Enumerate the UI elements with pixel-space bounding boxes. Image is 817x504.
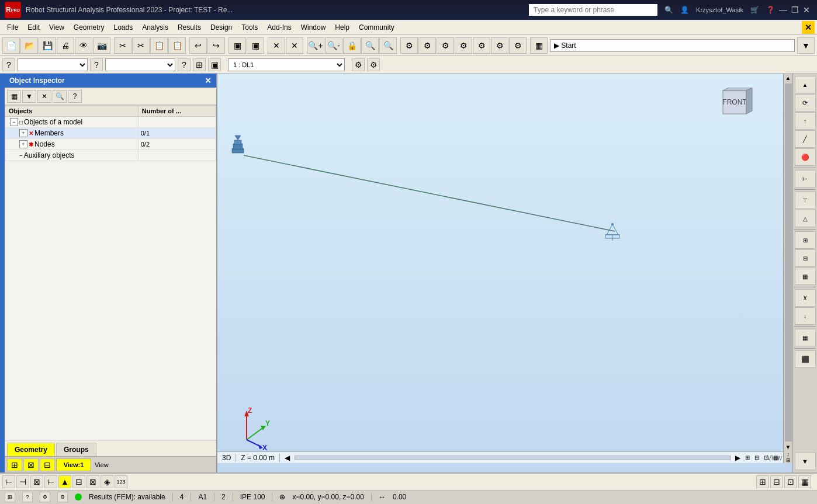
tb2-btn5[interactable]: ▣ xyxy=(208,58,221,71)
menu-design[interactable]: Design xyxy=(206,22,237,33)
tb-screenshot[interactable]: 📷 xyxy=(93,37,110,54)
tb-redo[interactable]: ↪ xyxy=(207,37,225,54)
btm-btn1[interactable]: ⊞ xyxy=(7,458,22,471)
tb-undo[interactable]: ↩ xyxy=(189,37,207,54)
scrollbar-track-h[interactable] xyxy=(295,456,731,460)
scroll-right-btn[interactable]: ▶ xyxy=(735,454,740,462)
menu-window[interactable]: Window xyxy=(296,22,331,33)
menu-addins[interactable]: Add-Ins xyxy=(262,22,296,33)
oi-filter1[interactable]: ▦ xyxy=(7,90,21,103)
tb3-btn5[interactable]: ▲ xyxy=(58,475,71,488)
menu-results[interactable]: Results xyxy=(173,22,206,33)
canvas-area[interactable]: FRONT Z Y X xyxy=(217,74,792,472)
tb-tool4[interactable]: ⚙ xyxy=(455,37,472,54)
tb-tool6[interactable]: ⚙ xyxy=(491,37,508,54)
oi-filter3[interactable]: ✕ xyxy=(37,90,51,103)
tb3-btn2[interactable]: ⊣ xyxy=(16,475,29,488)
table-row[interactable]: + ✱ Nodes 0/2 xyxy=(5,139,216,150)
tb-zoom4[interactable]: 🔍 xyxy=(379,37,397,54)
tb-panel-icon[interactable]: ▦ xyxy=(530,37,548,54)
tb2-loads2[interactable]: ⚙ xyxy=(367,58,380,71)
tb-paste1[interactable]: 📋 xyxy=(150,37,168,54)
tab-groups[interactable]: Groups xyxy=(56,443,96,456)
tb2-btn2[interactable]: ? xyxy=(90,58,103,71)
rnav-rotate-y[interactable]: ⟳ xyxy=(795,94,816,112)
tb3-btn8[interactable]: ◈ xyxy=(101,475,113,488)
tb-delete[interactable]: ✕ xyxy=(268,37,285,54)
rnav-grid1[interactable]: ⊞ xyxy=(795,231,816,249)
search-icon[interactable]: 🔍 xyxy=(662,6,676,14)
help-icon[interactable]: ❓ xyxy=(764,6,777,14)
user-icon[interactable]: 👤 xyxy=(678,6,691,14)
menu-close-button[interactable]: ✕ xyxy=(802,21,815,34)
tb-rect1[interactable]: ▣ xyxy=(229,37,246,54)
tb-rect2[interactable]: ▣ xyxy=(247,37,264,54)
status-btn4[interactable]: ⚙ xyxy=(57,492,68,502)
tb3-btn9[interactable]: 123 xyxy=(115,475,127,488)
rnav-line1[interactable]: ╱ xyxy=(795,130,816,148)
tb3-btn7[interactable]: ⊠ xyxy=(86,475,99,488)
tb-view[interactable]: 👁 xyxy=(75,37,92,54)
menu-file[interactable]: File xyxy=(2,22,23,33)
tb-cut2[interactable]: ✂ xyxy=(132,37,150,54)
menu-geometry[interactable]: Geometry xyxy=(69,22,109,33)
tb-open[interactable]: 📂 xyxy=(20,37,38,54)
tb2-loads1[interactable]: ⚙ xyxy=(352,58,365,71)
rnav-beam[interactable]: ⊢ xyxy=(795,170,816,187)
cart-icon[interactable]: 🛒 xyxy=(748,6,761,14)
tb-print[interactable]: 🖨 xyxy=(57,37,74,54)
tb3-extra3[interactable]: ⊡ xyxy=(784,475,797,488)
menu-loads[interactable]: Loads xyxy=(109,22,138,33)
rnav-support[interactable]: ⊻ xyxy=(795,289,816,307)
menu-view[interactable]: View xyxy=(44,22,69,33)
tb2-btn1[interactable]: ? xyxy=(2,58,15,71)
menu-analysis[interactable]: Analysis xyxy=(137,22,173,33)
tb-save[interactable]: 💾 xyxy=(39,37,56,54)
oi-close-button[interactable]: ✕ xyxy=(205,76,212,85)
status-btn2[interactable]: ? xyxy=(22,492,33,502)
tb3-btn1[interactable]: ⊢ xyxy=(2,475,15,488)
rnav-grid2[interactable]: ⊟ xyxy=(795,249,816,267)
rnav-column[interactable]: ⊤ xyxy=(795,192,816,209)
tb3-extra4[interactable]: ▦ xyxy=(798,475,811,488)
scroll-up-btn[interactable]: ▲ xyxy=(784,74,792,82)
tb-tool1[interactable]: ⚙ xyxy=(400,37,418,54)
rnav-icon-red[interactable]: 🔴 xyxy=(795,148,816,166)
expand-members[interactable]: + xyxy=(19,129,27,137)
tb3-extra1[interactable]: ⊞ xyxy=(756,475,769,488)
oi-help[interactable]: ? xyxy=(68,90,82,103)
tb-cut1[interactable]: ✂ xyxy=(114,37,131,54)
view-cube[interactable]: FRONT xyxy=(720,88,755,123)
right-nav-icon2[interactable]: ⊞ xyxy=(786,457,791,463)
tb-tool2[interactable]: ⚙ xyxy=(418,37,436,54)
load-combo[interactable]: 1 : DL1 xyxy=(228,58,345,71)
rnav-load[interactable]: ↓ xyxy=(795,307,816,325)
search-input[interactable] xyxy=(529,4,657,16)
tb-dropdown[interactable]: ▼ xyxy=(797,37,815,54)
nav-icon2[interactable]: ⊟ xyxy=(754,454,759,461)
rnav-3dbox[interactable]: ⬛ xyxy=(795,350,816,368)
tb-tool3[interactable]: ⚙ xyxy=(437,37,454,54)
combo2[interactable] xyxy=(105,58,175,71)
tb3-btn3[interactable]: ⊠ xyxy=(30,475,43,488)
menu-help[interactable]: Help xyxy=(330,22,354,33)
tab-geometry[interactable]: Geometry xyxy=(7,443,55,456)
oi-search[interactable]: 🔍 xyxy=(53,90,67,103)
tb3-extra2[interactable]: ⊟ xyxy=(770,475,783,488)
tb-delete2[interactable]: ✕ xyxy=(286,37,303,54)
rnav-scroll-down[interactable]: ▼ xyxy=(795,453,816,470)
maximize-button[interactable]: ❐ xyxy=(789,4,801,16)
tb2-btn3[interactable]: ? xyxy=(178,58,191,71)
expand-nodes[interactable]: + xyxy=(19,140,27,148)
tb-zoom-out[interactable]: 🔍- xyxy=(325,37,342,54)
rnav-table[interactable]: ▦ xyxy=(795,329,816,346)
minimize-button[interactable]: — xyxy=(777,4,789,16)
rnav-arrow-up[interactable]: ↑ xyxy=(795,112,816,130)
user-name[interactable]: Krzysztof_Wasik xyxy=(694,6,746,13)
menu-community[interactable]: Community xyxy=(354,22,399,33)
rnav-grid3[interactable]: ▦ xyxy=(795,267,816,285)
close-button[interactable]: ✕ xyxy=(801,4,812,16)
menu-tools[interactable]: Tools xyxy=(237,22,262,33)
panel-resize-handle[interactable] xyxy=(0,74,5,472)
scroll-left-btn[interactable]: ◀ xyxy=(285,454,290,462)
